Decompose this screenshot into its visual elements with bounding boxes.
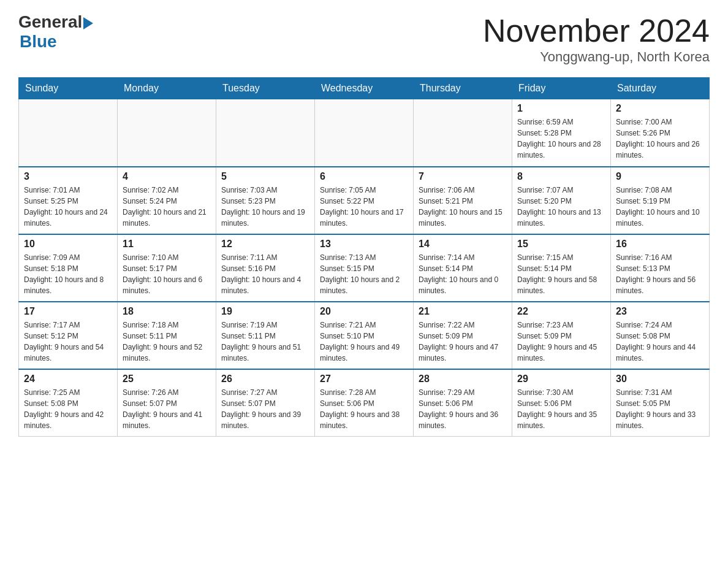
calendar-cell: 11Sunrise: 7:10 AM Sunset: 5:17 PM Dayli… bbox=[118, 234, 216, 302]
calendar-cell: 9Sunrise: 7:08 AM Sunset: 5:19 PM Daylig… bbox=[611, 167, 710, 234]
day-info: Sunrise: 7:28 AM Sunset: 5:06 PM Dayligh… bbox=[320, 387, 408, 431]
day-info: Sunrise: 7:13 AM Sunset: 5:15 PM Dayligh… bbox=[320, 252, 408, 296]
day-number: 4 bbox=[123, 171, 211, 182]
day-info: Sunrise: 7:27 AM Sunset: 5:07 PM Dayligh… bbox=[221, 387, 309, 431]
calendar-cell: 3Sunrise: 7:01 AM Sunset: 5:25 PM Daylig… bbox=[19, 167, 118, 234]
day-number: 23 bbox=[616, 306, 704, 317]
day-info: Sunrise: 7:03 AM Sunset: 5:23 PM Dayligh… bbox=[221, 185, 309, 229]
day-info: Sunrise: 7:16 AM Sunset: 5:13 PM Dayligh… bbox=[616, 252, 704, 296]
calendar-cell: 5Sunrise: 7:03 AM Sunset: 5:23 PM Daylig… bbox=[216, 167, 315, 234]
day-info: Sunrise: 7:06 AM Sunset: 5:21 PM Dayligh… bbox=[419, 185, 507, 229]
day-info: Sunrise: 7:09 AM Sunset: 5:18 PM Dayligh… bbox=[24, 252, 112, 296]
calendar-cell: 2Sunrise: 7:00 AM Sunset: 5:26 PM Daylig… bbox=[611, 99, 710, 167]
calendar-week-row: 3Sunrise: 7:01 AM Sunset: 5:25 PM Daylig… bbox=[19, 167, 710, 234]
day-number: 17 bbox=[24, 306, 112, 317]
day-number: 18 bbox=[123, 306, 211, 317]
weekday-header-saturday: Saturday bbox=[611, 78, 710, 99]
calendar-cell: 23Sunrise: 7:24 AM Sunset: 5:08 PM Dayli… bbox=[611, 302, 710, 369]
day-info: Sunrise: 7:00 AM Sunset: 5:26 PM Dayligh… bbox=[616, 117, 704, 161]
day-info: Sunrise: 6:59 AM Sunset: 5:28 PM Dayligh… bbox=[517, 117, 605, 161]
calendar-week-row: 1Sunrise: 6:59 AM Sunset: 5:28 PM Daylig… bbox=[19, 99, 710, 167]
calendar-cell: 14Sunrise: 7:14 AM Sunset: 5:14 PM Dayli… bbox=[414, 234, 512, 302]
day-number: 16 bbox=[616, 239, 704, 250]
day-info: Sunrise: 7:07 AM Sunset: 5:20 PM Dayligh… bbox=[517, 185, 605, 229]
day-number: 29 bbox=[517, 373, 605, 385]
day-number: 12 bbox=[221, 239, 309, 250]
day-info: Sunrise: 7:30 AM Sunset: 5:06 PM Dayligh… bbox=[517, 387, 605, 431]
logo: General Blue bbox=[18, 12, 93, 52]
day-number: 25 bbox=[123, 373, 211, 385]
calendar-cell: 17Sunrise: 7:17 AM Sunset: 5:12 PM Dayli… bbox=[19, 302, 118, 369]
weekday-header-monday: Monday bbox=[118, 78, 216, 99]
day-number: 13 bbox=[320, 239, 408, 250]
day-number: 20 bbox=[320, 306, 408, 317]
calendar-table: SundayMondayTuesdayWednesdayThursdayFrid… bbox=[18, 77, 710, 437]
month-title: November 2024 bbox=[483, 12, 710, 49]
calendar-cell: 28Sunrise: 7:29 AM Sunset: 5:06 PM Dayli… bbox=[414, 369, 512, 437]
weekday-header-tuesday: Tuesday bbox=[216, 78, 315, 99]
calendar-cell bbox=[118, 99, 216, 167]
location-title: Yonggwang-up, North Korea bbox=[483, 49, 710, 65]
calendar-cell: 30Sunrise: 7:31 AM Sunset: 5:05 PM Dayli… bbox=[611, 369, 710, 437]
calendar-cell: 4Sunrise: 7:02 AM Sunset: 5:24 PM Daylig… bbox=[118, 167, 216, 234]
day-number: 10 bbox=[24, 239, 112, 250]
day-info: Sunrise: 7:21 AM Sunset: 5:10 PM Dayligh… bbox=[320, 320, 408, 364]
day-info: Sunrise: 7:22 AM Sunset: 5:09 PM Dayligh… bbox=[419, 320, 507, 364]
day-number: 28 bbox=[419, 373, 507, 385]
weekday-header-sunday: Sunday bbox=[19, 78, 118, 99]
day-info: Sunrise: 7:29 AM Sunset: 5:06 PM Dayligh… bbox=[419, 387, 507, 431]
day-number: 21 bbox=[419, 306, 507, 317]
logo-arrow-icon bbox=[83, 17, 93, 29]
calendar-cell bbox=[216, 99, 315, 167]
day-info: Sunrise: 7:24 AM Sunset: 5:08 PM Dayligh… bbox=[616, 320, 704, 364]
day-info: Sunrise: 7:23 AM Sunset: 5:09 PM Dayligh… bbox=[517, 320, 605, 364]
day-number: 22 bbox=[517, 306, 605, 317]
calendar-cell: 24Sunrise: 7:25 AM Sunset: 5:08 PM Dayli… bbox=[19, 369, 118, 437]
calendar-cell: 16Sunrise: 7:16 AM Sunset: 5:13 PM Dayli… bbox=[611, 234, 710, 302]
day-number: 11 bbox=[123, 239, 211, 250]
day-info: Sunrise: 7:08 AM Sunset: 5:19 PM Dayligh… bbox=[616, 185, 704, 229]
calendar-cell bbox=[315, 99, 414, 167]
calendar-cell: 8Sunrise: 7:07 AM Sunset: 5:20 PM Daylig… bbox=[512, 167, 611, 234]
calendar-cell: 12Sunrise: 7:11 AM Sunset: 5:16 PM Dayli… bbox=[216, 234, 315, 302]
day-number: 8 bbox=[517, 171, 605, 182]
calendar-cell bbox=[414, 99, 512, 167]
day-number: 2 bbox=[616, 103, 704, 114]
day-info: Sunrise: 7:11 AM Sunset: 5:16 PM Dayligh… bbox=[221, 252, 309, 296]
calendar-cell bbox=[19, 99, 118, 167]
day-number: 15 bbox=[517, 239, 605, 250]
day-info: Sunrise: 7:01 AM Sunset: 5:25 PM Dayligh… bbox=[24, 185, 112, 229]
day-info: Sunrise: 7:05 AM Sunset: 5:22 PM Dayligh… bbox=[320, 185, 408, 229]
calendar-week-row: 10Sunrise: 7:09 AM Sunset: 5:18 PM Dayli… bbox=[19, 234, 710, 302]
day-number: 27 bbox=[320, 373, 408, 385]
day-info: Sunrise: 7:10 AM Sunset: 5:17 PM Dayligh… bbox=[123, 252, 211, 296]
day-number: 24 bbox=[24, 373, 112, 385]
calendar-cell: 25Sunrise: 7:26 AM Sunset: 5:07 PM Dayli… bbox=[118, 369, 216, 437]
day-info: Sunrise: 7:31 AM Sunset: 5:05 PM Dayligh… bbox=[616, 387, 704, 431]
day-number: 26 bbox=[221, 373, 309, 385]
calendar-week-row: 24Sunrise: 7:25 AM Sunset: 5:08 PM Dayli… bbox=[19, 369, 710, 437]
calendar-cell: 15Sunrise: 7:15 AM Sunset: 5:14 PM Dayli… bbox=[512, 234, 611, 302]
day-number: 30 bbox=[616, 373, 704, 385]
day-number: 3 bbox=[24, 171, 112, 182]
day-number: 14 bbox=[419, 239, 507, 250]
calendar-cell: 22Sunrise: 7:23 AM Sunset: 5:09 PM Dayli… bbox=[512, 302, 611, 369]
weekday-header-wednesday: Wednesday bbox=[315, 78, 414, 99]
day-info: Sunrise: 7:02 AM Sunset: 5:24 PM Dayligh… bbox=[123, 185, 211, 229]
day-number: 19 bbox=[221, 306, 309, 317]
weekday-header-thursday: Thursday bbox=[414, 78, 512, 99]
calendar-cell: 19Sunrise: 7:19 AM Sunset: 5:11 PM Dayli… bbox=[216, 302, 315, 369]
day-info: Sunrise: 7:26 AM Sunset: 5:07 PM Dayligh… bbox=[123, 387, 211, 431]
day-number: 5 bbox=[221, 171, 309, 182]
day-number: 9 bbox=[616, 171, 704, 182]
page-header: General Blue November 2024 Yonggwang-up,… bbox=[18, 12, 710, 65]
calendar-cell: 21Sunrise: 7:22 AM Sunset: 5:09 PM Dayli… bbox=[414, 302, 512, 369]
calendar-header-row: SundayMondayTuesdayWednesdayThursdayFrid… bbox=[19, 78, 710, 99]
day-info: Sunrise: 7:14 AM Sunset: 5:14 PM Dayligh… bbox=[419, 252, 507, 296]
calendar-cell: 20Sunrise: 7:21 AM Sunset: 5:10 PM Dayli… bbox=[315, 302, 414, 369]
day-info: Sunrise: 7:25 AM Sunset: 5:08 PM Dayligh… bbox=[24, 387, 112, 431]
calendar-cell: 27Sunrise: 7:28 AM Sunset: 5:06 PM Dayli… bbox=[315, 369, 414, 437]
calendar-cell: 26Sunrise: 7:27 AM Sunset: 5:07 PM Dayli… bbox=[216, 369, 315, 437]
day-number: 7 bbox=[419, 171, 507, 182]
calendar-cell: 13Sunrise: 7:13 AM Sunset: 5:15 PM Dayli… bbox=[315, 234, 414, 302]
